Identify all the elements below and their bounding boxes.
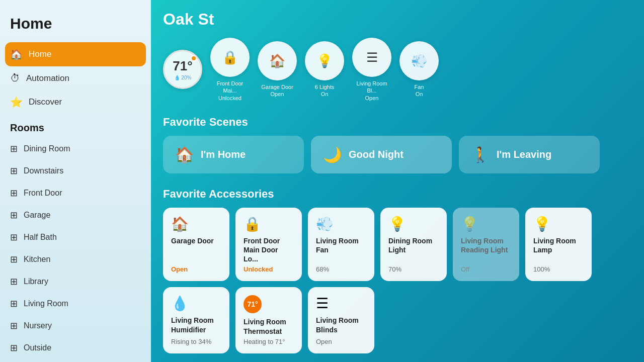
accessory-humidifier[interactable]: 💧 Living Room Humidifier Rising to 34% bbox=[163, 287, 229, 353]
rooms-list: ⊞ Dining Room ⊞ Downstairs ⊞ Front Door … bbox=[0, 138, 151, 359]
scene-night-label: Good Night bbox=[349, 149, 404, 160]
scene-home-label: I'm Home bbox=[201, 149, 246, 160]
lights-label: 6 LightsOn bbox=[315, 83, 335, 98]
blinds-acc-status: Open bbox=[316, 338, 366, 345]
fan-acc-name: Living Room Fan bbox=[316, 236, 366, 254]
room-icon-nursery: ⊞ bbox=[10, 320, 18, 331]
temp-value: 71° bbox=[173, 58, 192, 74]
thermostat-name: Living Room Thermostat bbox=[244, 317, 294, 335]
room-icon-frontdoor: ⊞ bbox=[10, 188, 18, 199]
leaving-scene-icon: 🚶 bbox=[471, 146, 490, 163]
garage-door-status[interactable]: 🏠 Garage DoorOpen bbox=[258, 41, 297, 98]
fan-acc-icon: 💨 bbox=[316, 216, 366, 232]
sidebar-item-home[interactable]: 🏠 Home bbox=[5, 42, 146, 66]
accessory-dining-room-light[interactable]: 💡 Dining Room Light 70% bbox=[380, 208, 447, 282]
front-door-circle[interactable]: 🔒 bbox=[210, 38, 250, 77]
accessory-blinds[interactable]: ☰ Living Room Blinds Open bbox=[308, 287, 374, 353]
front-door-status[interactable]: 🔒 Front Door Mai...Unlocked bbox=[210, 38, 250, 102]
sidebar-item-discover[interactable]: ⭐ Discover bbox=[0, 90, 151, 114]
garage-door-status: Open bbox=[171, 265, 221, 273]
app-title: Home bbox=[0, 10, 151, 42]
lamp-name: Living Room Lamp bbox=[533, 236, 584, 254]
lights-status[interactable]: 💡 6 LightsOn bbox=[305, 41, 344, 98]
blinds-status[interactable]: ☰ Living Room Bl...Open bbox=[352, 38, 391, 102]
garage-door-icon: 🏠 bbox=[171, 216, 221, 232]
room-icon-downstairs: ⊞ bbox=[10, 165, 18, 176]
sidebar-item-outside[interactable]: ⊞ Outside bbox=[0, 337, 151, 359]
scene-good-night[interactable]: 🌙 Good Night bbox=[311, 136, 452, 173]
blinds-label: Living Room Bl...Open bbox=[352, 80, 391, 102]
fan-label: FanOn bbox=[415, 83, 424, 98]
thermostat-status: Heating to 71° bbox=[244, 338, 294, 345]
garage-label: Garage DoorOpen bbox=[261, 83, 293, 98]
lights-icon: 💡 bbox=[316, 53, 333, 69]
sidebar-item-half-bath[interactable]: ⊞ Half Bath bbox=[0, 226, 151, 248]
room-icon-dining: ⊞ bbox=[10, 143, 18, 154]
humidity-value: 💧 20% bbox=[174, 75, 192, 80]
fan-status[interactable]: 💨 FanOn bbox=[399, 41, 439, 98]
scene-leaving-label: I'm Leaving bbox=[497, 149, 551, 160]
reading-light-status: Off bbox=[461, 265, 511, 273]
accessories-grid: 🏠 Garage Door Open 🔒 Front Door Main Doo… bbox=[163, 208, 632, 353]
front-door-lock-status: Unlocked bbox=[244, 265, 294, 273]
sidebar-item-automation[interactable]: ⏱ Automation bbox=[0, 66, 151, 90]
scene-im-leaving[interactable]: 🚶 I'm Leaving bbox=[459, 136, 600, 173]
garage-door-name: Garage Door bbox=[171, 236, 221, 245]
automation-icon: ⏱ bbox=[10, 72, 20, 84]
accessory-living-room-lamp[interactable]: 💡 Living Room Lamp 100% bbox=[525, 208, 592, 282]
sidebar: Home 🏠 Home ⏱ Automation ⭐ Discover Room… bbox=[0, 0, 151, 362]
sidebar-item-nursery[interactable]: ⊞ Nursery bbox=[0, 315, 151, 337]
status-row: 71° 💧 20% 🔒 Front Door Mai...Unlocked 🏠 … bbox=[163, 38, 632, 102]
room-icon-garage: ⊞ bbox=[10, 210, 18, 221]
accessory-thermostat[interactable]: 71° Living Room Thermostat Heating to 71… bbox=[235, 287, 302, 353]
blinds-circle[interactable]: ☰ bbox=[352, 38, 391, 77]
fan-icon: 💨 bbox=[411, 53, 427, 69]
dining-light-status: 70% bbox=[388, 265, 439, 273]
scenes-grid: 🏠 I'm Home 🌙 Good Night 🚶 I'm Leaving bbox=[163, 136, 632, 173]
sidebar-item-garage[interactable]: ⊞ Garage bbox=[0, 204, 151, 226]
front-door-lock-icon: 🔒 bbox=[244, 216, 294, 232]
garage-icon: 🏠 bbox=[269, 53, 285, 69]
reading-light-name: Living Room Reading Light bbox=[461, 236, 511, 254]
home-icon: 🏠 bbox=[10, 48, 23, 60]
sidebar-item-living-room[interactable]: ⊞ Living Room bbox=[0, 293, 151, 315]
scenes-title: Favorite Scenes bbox=[163, 116, 632, 129]
accessory-front-door-lock[interactable]: 🔒 Front Door Main Door Lo... Unlocked bbox=[235, 208, 302, 282]
main-content: Oak St 71° 💧 20% 🔒 Front Door Mai...Unlo… bbox=[151, 0, 644, 362]
page-title: Oak St bbox=[163, 10, 632, 29]
garage-circle[interactable]: 🏠 bbox=[258, 41, 297, 80]
room-icon-outside: ⊞ bbox=[10, 342, 18, 353]
home-scene-icon: 🏠 bbox=[175, 146, 194, 163]
alert-badge bbox=[191, 55, 197, 61]
dining-light-name: Dining Room Light bbox=[388, 236, 439, 254]
humidifier-icon: 💧 bbox=[171, 295, 221, 312]
sidebar-item-downstairs[interactable]: ⊞ Downstairs bbox=[0, 160, 151, 182]
lights-circle[interactable]: 💡 bbox=[305, 41, 344, 80]
rooms-header: Rooms bbox=[0, 114, 151, 138]
humidifier-name: Living Room Humidifier bbox=[171, 316, 221, 334]
sidebar-item-library[interactable]: ⊞ Library bbox=[0, 270, 151, 293]
fan-acc-status: 68% bbox=[316, 265, 366, 273]
fan-circle[interactable]: 💨 bbox=[399, 41, 439, 80]
scene-im-home[interactable]: 🏠 I'm Home bbox=[163, 136, 304, 173]
accessory-garage-door[interactable]: 🏠 Garage Door Open bbox=[163, 208, 229, 282]
accessories-title: Favorite Accessories bbox=[163, 188, 632, 201]
blinds-icon: ☰ bbox=[366, 50, 378, 65]
sidebar-item-dining-room[interactable]: ⊞ Dining Room bbox=[0, 138, 151, 160]
room-icon-halfbath: ⊞ bbox=[10, 232, 18, 243]
reading-light-icon: 💡 bbox=[461, 216, 511, 232]
temperature-status[interactable]: 71° 💧 20% bbox=[163, 50, 202, 89]
sidebar-item-front-door[interactable]: ⊞ Front Door bbox=[0, 182, 151, 204]
room-icon-library: ⊞ bbox=[10, 276, 18, 287]
blinds-acc-icon: ☰ bbox=[316, 295, 366, 312]
front-door-lock-name: Front Door Main Door Lo... bbox=[244, 236, 294, 264]
sidebar-item-kitchen[interactable]: ⊞ Kitchen bbox=[0, 248, 151, 270]
temp-circle[interactable]: 71° 💧 20% bbox=[163, 50, 202, 89]
sidebar-nav: 🏠 Home ⏱ Automation ⭐ Discover bbox=[0, 42, 151, 114]
accessory-reading-light[interactable]: 💡 Living Room Reading Light Off bbox=[453, 208, 519, 282]
accessory-living-room-fan[interactable]: 💨 Living Room Fan 68% bbox=[308, 208, 374, 282]
front-door-label: Front Door Mai...Unlocked bbox=[210, 80, 250, 102]
thermostat-icon: 71° bbox=[244, 295, 262, 313]
discover-icon: ⭐ bbox=[10, 96, 23, 108]
lock-icon: 🔒 bbox=[222, 50, 238, 65]
